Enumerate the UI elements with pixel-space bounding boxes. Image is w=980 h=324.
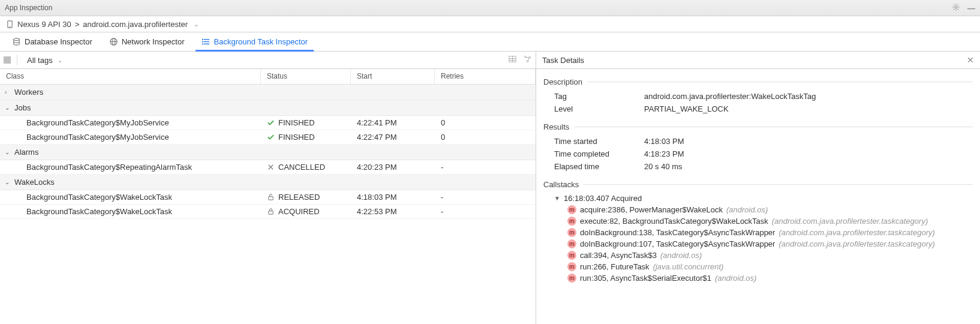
gear-icon[interactable] bbox=[952, 3, 960, 13]
tags-filter-dropdown[interactable]: All tags ⌄ bbox=[23, 55, 66, 66]
chevron-down-icon: ▼ bbox=[554, 195, 560, 202]
tab-label: Background Task Inspector bbox=[214, 37, 308, 46]
cell-retries: 0 bbox=[435, 118, 536, 127]
group-jobs[interactable]: ⌄Jobs bbox=[0, 100, 536, 116]
cell-status: ACQUIRED bbox=[261, 207, 351, 216]
chevron-right-icon: › bbox=[5, 89, 11, 95]
svg-point-3 bbox=[14, 38, 19, 41]
inspector-tabs: Database InspectorNetwork InspectorBackg… bbox=[0, 32, 980, 52]
group-label: Jobs bbox=[14, 103, 31, 112]
callstack-frame[interactable]: mdoInBackground:138, TaskCategory$AsyncT… bbox=[554, 227, 973, 238]
method-badge-icon: m bbox=[567, 228, 576, 237]
svg-point-12 bbox=[202, 44, 203, 44]
group-wakelocks[interactable]: ⌄WakeLocks bbox=[0, 175, 536, 190]
group-label: WakeLocks bbox=[14, 178, 55, 187]
details-header: Task Details ✕ bbox=[536, 52, 980, 69]
stop-icon[interactable] bbox=[4, 56, 11, 64]
svg-point-10 bbox=[202, 39, 203, 40]
cell-start: 4:18:03 PM bbox=[351, 193, 435, 202]
col-header-start[interactable]: Start bbox=[351, 69, 435, 84]
frame-package: (android.os) bbox=[660, 251, 702, 260]
frame-signature: run:266, FutureTask bbox=[580, 262, 650, 271]
device-name: Nexus 9 API 30 bbox=[17, 20, 71, 29]
cell-status: RELEASED bbox=[261, 193, 351, 202]
value-level: PARTIAL_WAKE_LOCK bbox=[644, 104, 729, 113]
tool-window-title: App Inspection bbox=[5, 4, 952, 12]
frame-signature: doInBackground:138, TaskCategory$AsyncTa… bbox=[580, 228, 775, 237]
cell-class: BackgroundTaskCategory$MyJobService bbox=[0, 118, 261, 127]
table-header: Class Status Start Retries bbox=[0, 69, 536, 85]
section-callstacks: Callstacks bbox=[543, 180, 973, 189]
cell-start: 4:22:47 PM bbox=[351, 133, 435, 142]
cell-retries: - bbox=[435, 207, 536, 216]
frame-signature: run:305, AsyncTask$SerialExecutor$1 bbox=[580, 274, 711, 283]
callstack-frame[interactable]: mcall:394, AsyncTask$3 (android.os) bbox=[554, 250, 973, 261]
label-level: Level bbox=[554, 104, 644, 113]
value-time-started: 4:18:03 PM bbox=[644, 137, 684, 146]
cell-class: BackgroundTaskCategory$WakeLockTask bbox=[0, 193, 261, 202]
section-results: Results bbox=[543, 122, 973, 131]
group-alarms[interactable]: ⌄Alarms bbox=[0, 145, 536, 160]
svg-point-11 bbox=[202, 41, 203, 42]
callstack-expander[interactable]: ▼ 16:18:03.407 Acquired bbox=[554, 193, 973, 204]
svg-line-21 bbox=[528, 58, 529, 61]
tags-filter-label: All tags bbox=[27, 56, 53, 65]
details-title: Task Details bbox=[542, 56, 967, 65]
chevron-down-icon: ⌄ bbox=[5, 149, 11, 155]
tab-database-inspector[interactable]: Database Inspector bbox=[4, 32, 101, 51]
table-row[interactable]: BackgroundTaskCategory$WakeLockTaskACQUI… bbox=[0, 205, 536, 219]
frame-package: (android.com.java.profilertester.taskcat… bbox=[772, 217, 928, 226]
cell-status: CANCELLED bbox=[261, 163, 351, 172]
table-row[interactable]: BackgroundTaskCategory$MyJobServiceFINIS… bbox=[0, 130, 536, 145]
x-icon bbox=[267, 163, 275, 171]
callstack-frame[interactable]: mdoInBackground:107, TaskCategory$AsyncT… bbox=[554, 238, 973, 250]
col-header-retries[interactable]: Retries bbox=[435, 69, 536, 84]
label-elapsed: Elapsed time bbox=[554, 162, 644, 171]
device-icon bbox=[6, 20, 14, 28]
value-tag: android.com.java.profilertester:WakeLock… bbox=[644, 92, 816, 101]
label-time-started: Time started bbox=[554, 137, 644, 146]
frame-package: (android.os) bbox=[726, 205, 768, 214]
cell-retries: - bbox=[435, 163, 536, 172]
frame-signature: call:394, AsyncTask$3 bbox=[580, 251, 657, 260]
check-icon bbox=[267, 119, 275, 127]
table-view-icon[interactable] bbox=[508, 55, 517, 65]
callstack-frame[interactable]: macquire:2386, PowerManager$WakeLock (an… bbox=[554, 204, 973, 215]
callstack-frame[interactable]: mrun:305, AsyncTask$SerialExecutor$1 (an… bbox=[554, 272, 973, 284]
tasks-toolbar: All tags ⌄ bbox=[0, 52, 536, 69]
method-badge-icon: m bbox=[567, 262, 576, 271]
callstack-timestamp: 16:18:03.407 Acquired bbox=[564, 194, 642, 203]
value-time-completed: 4:18:23 PM bbox=[644, 149, 684, 158]
tab-network-inspector[interactable]: Network Inspector bbox=[101, 32, 193, 51]
process-name: android.com.java.profilertester bbox=[83, 20, 188, 29]
table-row[interactable]: BackgroundTaskCategory$RepeatingAlarmTas… bbox=[0, 160, 536, 175]
method-badge-icon: m bbox=[567, 217, 576, 226]
cell-class: BackgroundTaskCategory$MyJobService bbox=[0, 133, 261, 142]
cell-status: FINISHED bbox=[261, 118, 351, 127]
tab-background-task-inspector[interactable]: Background Task Inspector bbox=[193, 32, 317, 51]
chevron-down-icon: ⌄ bbox=[5, 179, 11, 185]
breadcrumb-separator: > bbox=[75, 20, 80, 29]
frame-package: (android.os) bbox=[715, 274, 756, 283]
cell-start: 4:20:23 PM bbox=[351, 163, 435, 172]
frame-signature: execute:82, BackgroundTaskCategory$WakeL… bbox=[580, 217, 768, 226]
table-row[interactable]: BackgroundTaskCategory$WakeLockTaskRELEA… bbox=[0, 190, 536, 205]
process-selector[interactable]: Nexus 9 API 30 > android.com.java.profil… bbox=[0, 16, 980, 32]
tasks-table[interactable]: Class Status Start Retries ›Workers⌄Jobs… bbox=[0, 69, 536, 324]
group-workers[interactable]: ›Workers bbox=[0, 85, 536, 100]
tab-label: Database Inspector bbox=[25, 37, 92, 46]
minimize-icon[interactable]: — bbox=[967, 4, 975, 13]
cell-start: 4:22:41 PM bbox=[351, 118, 435, 127]
label-time-completed: Time completed bbox=[554, 149, 644, 158]
method-badge-icon: m bbox=[567, 205, 576, 214]
unlock-icon bbox=[267, 193, 275, 201]
db-icon bbox=[12, 37, 21, 46]
graph-view-icon[interactable] bbox=[523, 55, 532, 65]
col-header-class[interactable]: Class bbox=[0, 69, 261, 84]
lock-icon bbox=[267, 208, 275, 215]
callstack-frame[interactable]: mexecute:82, BackgroundTaskCategory$Wake… bbox=[554, 215, 973, 227]
col-header-status[interactable]: Status bbox=[261, 69, 351, 84]
close-icon[interactable]: ✕ bbox=[967, 55, 974, 65]
table-row[interactable]: BackgroundTaskCategory$MyJobServiceFINIS… bbox=[0, 116, 536, 130]
callstack-frame[interactable]: mrun:266, FutureTask (java.util.concurre… bbox=[554, 261, 973, 272]
